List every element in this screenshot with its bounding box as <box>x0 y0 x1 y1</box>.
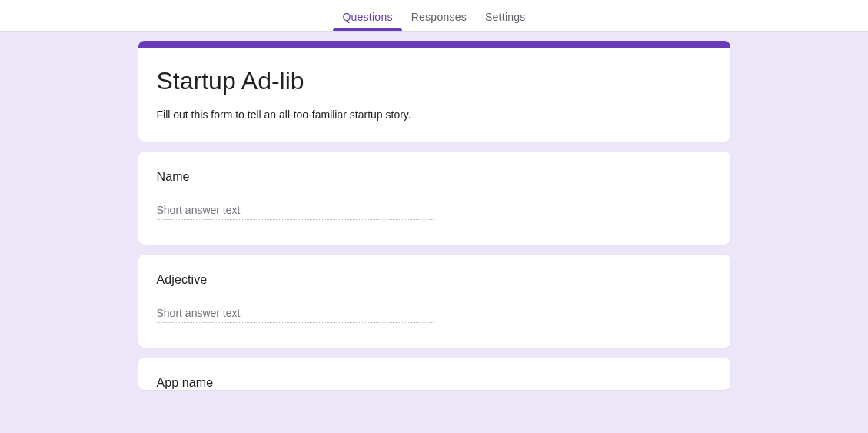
question-title[interactable]: App name <box>157 376 712 390</box>
short-answer-input[interactable] <box>157 307 434 323</box>
form-title[interactable]: Startup Ad-lib <box>157 65 712 96</box>
short-answer-input[interactable] <box>157 204 434 220</box>
question-card-app-name[interactable]: App name <box>138 358 730 390</box>
form-container: Startup Ad-lib Fill out this form to tel… <box>138 41 730 433</box>
accent-bar <box>138 41 730 48</box>
question-title[interactable]: Name <box>157 170 712 184</box>
workspace: Startup Ad-lib Fill out this form to tel… <box>0 32 868 433</box>
tab-settings[interactable]: Settings <box>476 11 535 31</box>
tab-questions[interactable]: Questions <box>333 11 401 31</box>
top-header: Questions Responses Settings <box>0 0 868 32</box>
question-title[interactable]: Adjective <box>157 273 712 287</box>
form-description[interactable]: Fill out this form to tell an all-too-fa… <box>157 107 712 123</box>
tabs-container: Questions Responses Settings <box>333 11 534 31</box>
tab-responses[interactable]: Responses <box>402 11 476 31</box>
form-header-card[interactable]: Startup Ad-lib Fill out this form to tel… <box>138 41 730 142</box>
header-content: Startup Ad-lib Fill out this form to tel… <box>138 48 730 142</box>
question-card-name[interactable]: Name <box>138 152 730 245</box>
question-card-adjective[interactable]: Adjective <box>138 255 730 348</box>
